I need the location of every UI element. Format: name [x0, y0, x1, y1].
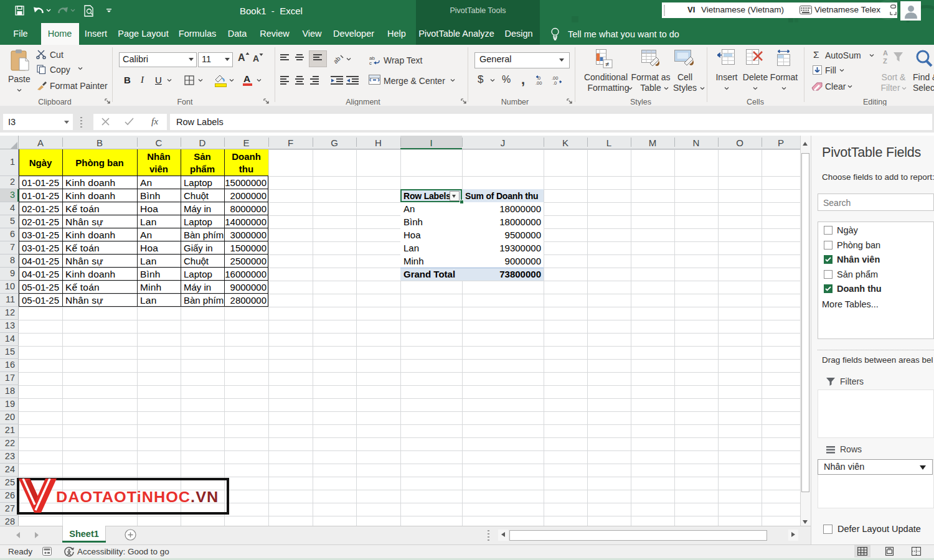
svg-text:ab: ab: [333, 55, 342, 64]
svg-text:≠: ≠: [605, 60, 609, 68]
svg-text:c: c: [369, 60, 372, 65]
svg-text:.0: .0: [553, 80, 557, 85]
svg-text:.00: .00: [535, 80, 542, 85]
